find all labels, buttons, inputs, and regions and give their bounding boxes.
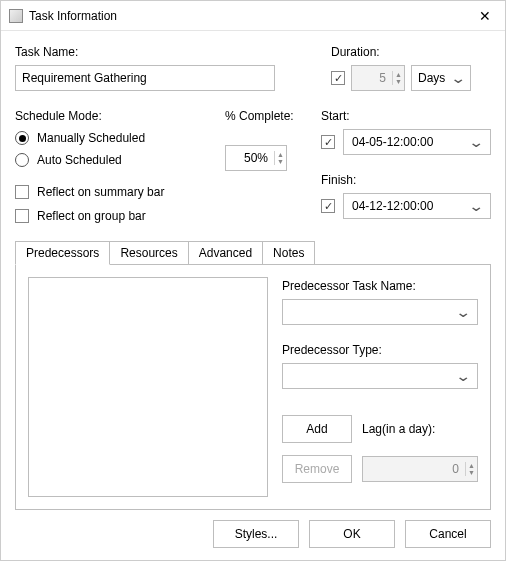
pred-type-select[interactable]: ⌄: [282, 363, 478, 389]
lag-spinner[interactable]: 0 ▲ ▼: [362, 456, 478, 482]
duration-unit-value: Days: [418, 71, 445, 85]
chevron-down-icon: ⌄: [455, 368, 472, 384]
tab-container: Predecessors Resources Advanced Notes Pr…: [15, 241, 491, 510]
chevron-down-icon: ⌄: [450, 70, 467, 86]
pred-name-label: Predecessor Task Name:: [282, 279, 478, 293]
content-area: Task Name: Duration: 5 ▲ ▼ Days: [1, 31, 505, 520]
finish-label: Finish:: [321, 173, 491, 187]
styles-button[interactable]: Styles...: [213, 520, 299, 548]
lag-value: 0: [363, 462, 465, 476]
percent-complete-label: % Complete:: [225, 109, 301, 123]
remove-button[interactable]: Remove: [282, 455, 352, 483]
manual-radio-label: Manually Scheduled: [37, 131, 145, 145]
spinner-up-icon[interactable]: ▲: [275, 151, 286, 158]
titlebar: Task Information ✕: [1, 1, 505, 31]
duration-checkbox[interactable]: [331, 71, 345, 85]
duration-spinner[interactable]: 5 ▲ ▼: [351, 65, 405, 91]
reflect-summary-label: Reflect on summary bar: [37, 185, 164, 199]
finish-date-select[interactable]: 04-12-12:00:00 ⌄: [343, 193, 491, 219]
duration-label: Duration:: [331, 45, 491, 59]
pred-name-select[interactable]: ⌄: [282, 299, 478, 325]
finish-checkbox[interactable]: [321, 199, 335, 213]
add-button[interactable]: Add: [282, 415, 352, 443]
task-name-label: Task Name:: [15, 45, 311, 59]
pred-type-label: Predecessor Type:: [282, 343, 478, 357]
tab-notes[interactable]: Notes: [262, 241, 315, 265]
duration-value: 5: [352, 71, 392, 85]
ok-button[interactable]: OK: [309, 520, 395, 548]
task-info-dialog: Task Information ✕ Task Name: Duration: …: [0, 0, 506, 561]
reflect-group-label: Reflect on group bar: [37, 209, 146, 223]
tab-advanced[interactable]: Advanced: [188, 241, 263, 265]
start-date-select[interactable]: 04-05-12:00:00 ⌄: [343, 129, 491, 155]
close-icon[interactable]: ✕: [465, 1, 505, 31]
predecessor-listbox[interactable]: [28, 277, 268, 497]
task-name-input[interactable]: [15, 65, 275, 91]
spinner-down-icon[interactable]: ▼: [466, 469, 477, 476]
lag-label: Lag(in a day):: [362, 422, 435, 436]
reflect-summary-checkbox[interactable]: [15, 185, 29, 199]
footer-buttons: Styles... OK Cancel: [213, 520, 491, 548]
tab-resources[interactable]: Resources: [109, 241, 188, 265]
spinner-up-icon[interactable]: ▲: [466, 462, 477, 469]
spinner-down-icon[interactable]: ▼: [393, 78, 404, 85]
chevron-down-icon: ⌄: [468, 198, 485, 214]
start-date-value: 04-05-12:00:00: [352, 135, 433, 149]
percent-value: 50%: [226, 151, 274, 165]
auto-radio[interactable]: [15, 153, 29, 167]
cancel-button[interactable]: Cancel: [405, 520, 491, 548]
reflect-group-checkbox[interactable]: [15, 209, 29, 223]
schedule-mode-label: Schedule Mode:: [15, 109, 205, 123]
spinner-up-icon[interactable]: ▲: [393, 71, 404, 78]
tab-body: Predecessor Task Name: ⌄ Predecessor Typ…: [15, 264, 491, 510]
tab-predecessors[interactable]: Predecessors: [15, 241, 110, 265]
start-label: Start:: [321, 109, 491, 123]
chevron-down-icon: ⌄: [455, 304, 472, 320]
manual-radio[interactable]: [15, 131, 29, 145]
spinner-down-icon[interactable]: ▼: [275, 158, 286, 165]
window-title: Task Information: [29, 9, 465, 23]
finish-date-value: 04-12-12:00:00: [352, 199, 433, 213]
percent-spinner[interactable]: 50% ▲ ▼: [225, 145, 287, 171]
auto-radio-label: Auto Scheduled: [37, 153, 122, 167]
app-icon: [9, 9, 23, 23]
chevron-down-icon: ⌄: [468, 134, 485, 150]
duration-unit-select[interactable]: Days ⌄: [411, 65, 471, 91]
start-checkbox[interactable]: [321, 135, 335, 149]
